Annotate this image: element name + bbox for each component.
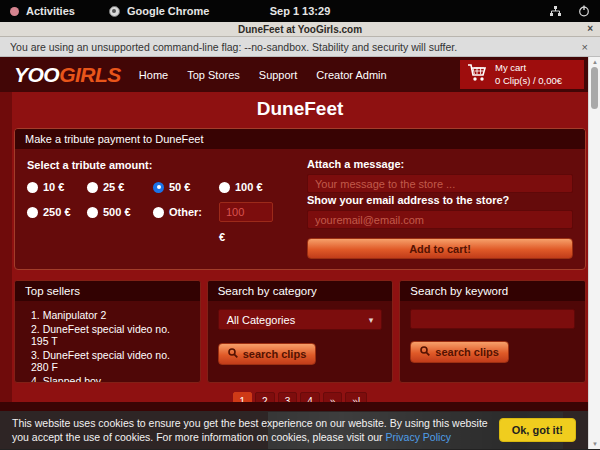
site-header: YOOGIRLS Home Top Stores Support Creator… (0, 57, 600, 92)
search-keyword-header: Search by keyword (400, 281, 585, 301)
power-icon[interactable] (578, 5, 590, 17)
infobar-close-icon[interactable]: × (580, 41, 590, 53)
message-label: Attach a message: (307, 158, 573, 170)
amount-option-250[interactable]: 250 € (27, 206, 87, 218)
main-nav: Home Top Stores Support Creator Admin (139, 69, 387, 81)
chrome-app-label: Google Chrome (127, 5, 210, 17)
page-content: DuneFeet Make a tribute payment to DuneF… (0, 92, 600, 402)
amount-option-label: Other: (169, 206, 202, 218)
email-label: Show your email address to the store? (307, 194, 573, 206)
search-keyword-panel: Search by keyword search clips (399, 280, 586, 383)
chrome-icon (109, 6, 120, 17)
radio-icon[interactable] (87, 182, 98, 193)
network-icon[interactable] (549, 5, 562, 17)
site-logo[interactable]: YOOGIRLS (14, 63, 121, 87)
tribute-panel: Make a tribute payment to DuneFeet Selec… (14, 128, 586, 270)
add-to-cart-button[interactable]: Add to cart! (307, 238, 573, 259)
cart-icon (467, 63, 488, 87)
activities-button[interactable]: Activities (10, 5, 75, 17)
amount-option-label: 10 € (43, 181, 64, 193)
radio-icon[interactable] (87, 207, 98, 218)
window-close-icon[interactable]: × (587, 22, 593, 36)
message-input[interactable] (307, 174, 573, 193)
other-amount-input[interactable] (219, 202, 273, 222)
search-category-header: Search by category (208, 281, 393, 301)
amount-option-10[interactable]: 10 € (27, 181, 87, 193)
search-clips-keyword-button[interactable]: search clips (410, 341, 509, 363)
radio-icon[interactable] (153, 182, 164, 193)
radio-icon[interactable] (27, 207, 38, 218)
nav-item-top-stores[interactable]: Top Stores (187, 69, 240, 81)
top-sellers-panel: Top sellers Manipulator 2 DuneFeet speci… (14, 280, 201, 383)
cookie-ok-button[interactable]: Ok, got it! (499, 418, 576, 442)
keyword-input[interactable] (410, 309, 575, 329)
privacy-policy-link[interactable]: Privacy Policy (386, 431, 451, 443)
amount-option-500[interactable]: 500 € (87, 206, 153, 218)
cart-title: My cart (495, 62, 562, 74)
browser-viewport: YOOGIRLS Home Top Stores Support Creator… (0, 57, 600, 449)
page-left-gutter (0, 92, 12, 402)
top-seller-item[interactable]: Slapped boy (31, 375, 190, 383)
chevron-down-icon: ▾ (369, 315, 374, 325)
top-seller-item[interactable]: Manipulator 2 (31, 309, 190, 321)
infobar-message: You are using an unsupported command-lin… (10, 41, 580, 53)
chrome-infobar: You are using an unsupported command-lin… (0, 37, 600, 57)
search-category-panel: Search by category All Categories ▾ (207, 280, 394, 383)
amount-option-label: 50 € (169, 181, 190, 193)
amount-label: Select a tribute amount: (27, 159, 285, 171)
category-select[interactable]: All Categories ▾ (218, 309, 383, 330)
top-sellers-list: Manipulator 2 DuneFeet special video no.… (25, 309, 190, 383)
window-title: DuneFeet at YooGirls.com (238, 24, 362, 35)
bottom-panels: Top sellers Manipulator 2 DuneFeet speci… (14, 280, 586, 383)
currency-label: € (219, 231, 285, 243)
search-clips-label: search clips (435, 346, 499, 358)
search-clips-label: search clips (243, 348, 307, 360)
logo-text-yoo: YOO (14, 63, 59, 86)
radio-icon[interactable] (27, 182, 38, 193)
radio-icon[interactable] (153, 207, 164, 218)
nav-item-support[interactable]: Support (259, 69, 298, 81)
scroll-down-icon[interactable]: ▼ (589, 440, 600, 448)
email-input[interactable] (307, 210, 573, 229)
search-icon (228, 348, 238, 360)
top-sellers-header: Top sellers (15, 281, 200, 301)
chrome-app-menu[interactable]: Google Chrome (109, 5, 210, 17)
logo-text-girls: GIRLS (59, 63, 121, 86)
scrollbar-thumb[interactable] (591, 67, 598, 109)
window-title-bar[interactable]: DuneFeet at YooGirls.com × (0, 22, 600, 37)
clock[interactable]: Sep 1 13:29 (0, 5, 600, 17)
amount-option-label: 100 € (235, 181, 263, 193)
top-seller-item[interactable]: DuneFeet special video no. 280 F (31, 349, 190, 373)
category-select-value: All Categories (227, 314, 295, 326)
amount-option-100[interactable]: 100 € (219, 181, 285, 193)
tribute-panel-header: Make a tribute payment to DuneFeet (15, 129, 585, 149)
amount-option-label: 250 € (43, 206, 71, 218)
amount-option-other[interactable]: Other: (153, 206, 219, 218)
vertical-scrollbar[interactable]: ▲ ▼ (588, 57, 600, 449)
page-title: DuneFeet (14, 98, 586, 120)
scroll-up-icon[interactable]: ▲ (589, 58, 600, 66)
amount-option-label: 25 € (103, 181, 124, 193)
nav-item-creator-admin[interactable]: Creator Admin (316, 69, 386, 81)
amount-option-25[interactable]: 25 € (87, 181, 153, 193)
gnome-top-bar: Activities Google Chrome Sep 1 13:29 (0, 0, 600, 22)
cart-summary: 0 Clip(s) / 0,00€ (495, 75, 562, 87)
top-seller-item[interactable]: DuneFeet special video no. 195 T (31, 323, 190, 347)
amount-option-label: 500 € (103, 206, 131, 218)
search-clips-category-button[interactable]: search clips (218, 343, 317, 365)
nav-item-home[interactable]: Home (139, 69, 168, 81)
radio-icon[interactable] (219, 182, 230, 193)
search-icon (420, 346, 430, 358)
amount-option-50[interactable]: 50 € (153, 181, 219, 193)
screen: Activities Google Chrome Sep 1 13:29 (0, 0, 600, 450)
activities-label: Activities (26, 5, 75, 17)
notification-dot-icon (10, 7, 19, 16)
my-cart-button[interactable]: My cart 0 Clip(s) / 0,00€ (460, 60, 584, 89)
cookie-consent-bar: This website uses cookies to ensure you … (0, 411, 588, 449)
amount-options: 10 € 25 € 50 € (27, 181, 285, 243)
